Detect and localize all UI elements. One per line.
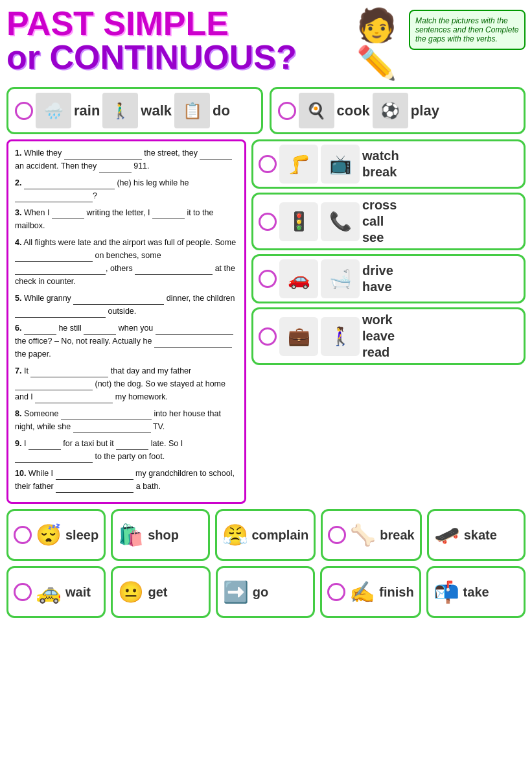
circle-bullet-drive: [259, 270, 277, 288]
watch-break-labels: watch break: [362, 148, 518, 180]
verb-go: go: [253, 585, 268, 600]
exercise-box: 1. While they the street, they an accide…: [6, 139, 246, 504]
circle-bullet-cross: [259, 213, 277, 231]
sleep-image: 😴: [36, 523, 62, 547]
blank-2a: [24, 180, 115, 189]
sentence-7: 7. It that day and my father (not) the d…: [15, 364, 238, 403]
bottom-card-wait: 🚕 wait: [6, 566, 106, 618]
blank-4a: [15, 253, 93, 262]
verb-do: do: [213, 102, 230, 119]
blank-6c: [156, 326, 233, 335]
sentence-4: 4. All flights were late and the airport…: [15, 236, 238, 288]
blank-1c: [99, 163, 132, 172]
verb-cook: cook: [337, 102, 370, 119]
circle-bullet-work: [259, 327, 277, 346]
verb-skate: skate: [464, 528, 497, 543]
blank-3a: [52, 210, 84, 219]
verb-play: play: [411, 102, 439, 119]
blank-5a: [73, 296, 164, 305]
blank-3b: [152, 210, 185, 219]
blank-1b: [200, 150, 232, 160]
verb-card-watch-break: 🦵 📺 watch break: [251, 139, 526, 189]
go-image: ➡️: [223, 580, 249, 604]
blank-5b: [15, 309, 106, 318]
blank-4b: [15, 266, 106, 275]
sentence-5: 5. While granny dinner, the children out…: [15, 292, 238, 318]
sentence-10: 10. While I my grandchildren to school, …: [15, 467, 238, 493]
blank-6a: [24, 326, 56, 335]
play-image: ⚽: [373, 93, 408, 128]
bottom-card-take: 📬 take: [426, 566, 526, 618]
blank-9c: [15, 454, 93, 463]
verb-cross: cross: [362, 198, 518, 213]
work-image: 💼: [279, 317, 318, 356]
blank-9b: [116, 441, 148, 450]
verb-complain: complain: [252, 528, 309, 543]
bottom-card-finish: ✍️ finish: [320, 566, 421, 618]
blank-7a: [30, 368, 108, 377]
drive-have-labels: drive have: [362, 263, 518, 294]
call-image: 📞: [321, 202, 360, 241]
verb-break2: break: [380, 528, 414, 543]
blank-2b: [15, 193, 93, 202]
verb-see: see: [362, 230, 518, 245]
take-image: 📬: [434, 580, 459, 604]
wait-image: 🚕: [36, 580, 62, 604]
skate-image: 🛹: [434, 523, 460, 547]
circle-bullet-wait: [14, 583, 32, 601]
verb-wait: wait: [65, 585, 91, 600]
blank-1a: [64, 150, 142, 160]
verb-take: take: [463, 585, 489, 600]
verb-card-drive-have: 🚗 🛁 drive have: [251, 254, 526, 303]
circle-bullet-sleep: [14, 526, 32, 544]
blank-8b: [73, 424, 151, 433]
blank-8a: [61, 411, 152, 420]
instruction-box: Match the pictures with the sentences an…: [409, 10, 526, 50]
leave-image: 🚶‍♀️: [321, 317, 360, 356]
bottom-card-go: ➡️ go: [216, 566, 315, 618]
blank-6b: [84, 326, 116, 335]
right-verb-cards: 🦵 📺 watch break 🚦 📞 cross call see 🚗 🛁: [251, 139, 526, 504]
verb-have: have: [362, 279, 518, 294]
bottom-card-complain: 😤 complain: [215, 509, 316, 561]
verb-card-work-leave-read: 💼 🚶‍♀️ work leave read: [251, 307, 526, 365]
verb-drive: drive: [362, 263, 518, 278]
bottom-card-break2: 🦴 break: [321, 509, 421, 561]
verb-call: call: [362, 214, 518, 229]
title-line1: PAST SIMPLE: [6, 6, 351, 40]
verb-finish: finish: [379, 585, 413, 600]
sentence-8: 8. Someone into her house that night, wh…: [15, 407, 238, 433]
blank-6d: [154, 338, 232, 348]
circle-bullet-watch-break: [259, 155, 277, 173]
bottom-card-get: 😐 get: [111, 566, 210, 618]
blank-9a: [29, 441, 61, 450]
person-emoji: 🧑✏️: [356, 7, 397, 81]
top-cards-row: 🌧️ rain 🚶‍♂️ walk 📋 do 🍳 cook ⚽ play: [0, 82, 532, 139]
have-image: 🛁: [321, 259, 360, 298]
cross-call-see-labels: cross call see: [362, 198, 518, 245]
verb-walk: walk: [141, 102, 172, 119]
bottom-section: 😴 sleep 🛍️ shop 😤 complain 🦴 break 🛹 ska…: [0, 509, 532, 623]
bottom-row-2: 🚕 wait 😐 get ➡️ go ✍️ finish 📬 take: [6, 566, 526, 618]
title-line2: or CONTINUOUS?: [6, 40, 351, 74]
cook-image: 🍳: [299, 93, 334, 128]
bottom-card-sleep: 😴 sleep: [6, 509, 106, 561]
title-text: PAST SIMPLE or CONTINUOUS?: [6, 6, 351, 74]
blank-7b: [15, 381, 93, 390]
verb-shop: shop: [148, 528, 179, 543]
verb-work: work: [362, 313, 518, 327]
break-image: 🦵: [279, 145, 318, 184]
verb-rain: rain: [74, 102, 100, 119]
work-leave-read-labels: work leave read: [362, 313, 518, 360]
circle-bullet-1: [15, 102, 33, 120]
instruction-text: Match the pictures with the sentences an…: [415, 16, 518, 43]
watch-image: 📺: [321, 145, 360, 184]
blank-4c: [135, 266, 213, 275]
break2-image: 🦴: [350, 523, 376, 547]
bottom-row-1: 😴 sleep 🛍️ shop 😤 complain 🦴 break 🛹 ska…: [6, 509, 526, 561]
circle-bullet-break2: [328, 526, 346, 544]
finish-image: ✍️: [349, 580, 375, 604]
bottom-card-skate: 🛹 skate: [427, 509, 526, 561]
verb-sleep: sleep: [65, 528, 98, 543]
bottom-card-shop: 🛍️ shop: [111, 509, 209, 561]
